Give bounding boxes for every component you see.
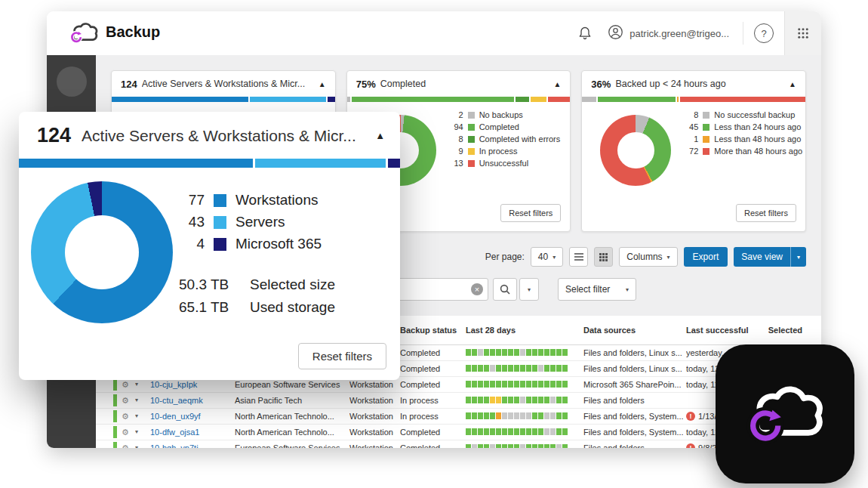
col-backup-status[interactable]: Backup status (400, 316, 457, 344)
collapse-card-icon[interactable]: ▲ (553, 80, 561, 88)
notifications-bell-icon[interactable] (577, 26, 593, 41)
legend-item[interactable]: 13Unsuccessful (448, 159, 561, 168)
data-sources-cell: Files and folders (583, 393, 683, 408)
legend-label: Less than 48 hours ago (714, 134, 801, 144)
last-28-days-bar (466, 349, 573, 357)
reset-filters-button[interactable]: Reset filters (500, 204, 561, 222)
day-segment (472, 365, 477, 372)
legend-item[interactable]: 43Servers (179, 214, 322, 230)
day-segment (472, 412, 477, 419)
legend-item[interactable]: 45Less than 24 hours ago (683, 122, 802, 131)
save-view-button[interactable]: Save view ▾ (734, 247, 806, 267)
legend-swatch (703, 124, 709, 131)
columns-button[interactable]: Columns ▾ (619, 247, 677, 267)
day-segment (472, 444, 477, 448)
device-link[interactable]: 10-dfw_ojsa1 (150, 425, 229, 440)
table-row[interactable]: ⚙▾10-dfw_ojsa1North American Technolo...… (96, 425, 821, 440)
row-expand-icon[interactable]: ▾ (135, 409, 146, 424)
backup-status-cell: In process (400, 409, 464, 424)
data-sources-cell: Files and folders, System... (583, 425, 683, 440)
search-button[interactable] (493, 278, 517, 301)
collapse-card-icon[interactable]: ▲ (319, 80, 326, 88)
device-types-donut-chart[interactable] (31, 181, 173, 323)
grid-view-button[interactable] (594, 247, 613, 267)
day-segment (526, 444, 531, 448)
legend-item[interactable]: 9In process (448, 147, 561, 156)
table-row[interactable]: ⚙▾10-hgh_yn7tiEuropean Software Services… (96, 440, 821, 448)
recency-legend: 8No successful backup45Less than 24 hour… (683, 110, 802, 159)
row-settings-gear-icon[interactable]: ⚙ (122, 425, 134, 440)
col-data-sources[interactable]: Data sources (583, 316, 636, 344)
clear-search-icon[interactable]: × (471, 283, 483, 295)
reset-filters-button[interactable]: Reset filters (736, 204, 796, 222)
per-page-value: 40 (538, 252, 548, 262)
day-segment (496, 444, 501, 448)
collapse-card-icon[interactable]: ▲ (789, 80, 796, 88)
day-segment (508, 381, 513, 388)
day-segment (544, 397, 549, 403)
legend-item[interactable]: 2No backups (448, 110, 561, 119)
completed-legend: 2No backups94Completed8Completed with er… (448, 110, 561, 171)
device-link[interactable]: 10-den_ux9yf (150, 409, 229, 424)
help-icon[interactable]: ? (754, 23, 774, 43)
legend-value: 1 (683, 134, 698, 144)
backup-recency-card-header: 36% Backed up < 24 hours ago ▲ (582, 71, 805, 97)
device-link[interactable]: 10-ctu_aeqmk (150, 393, 229, 408)
legend-item[interactable]: 8No successful backup (683, 110, 802, 119)
col-selected[interactable]: Selected (757, 316, 802, 344)
legend-swatch (703, 148, 709, 155)
list-view-button[interactable] (569, 247, 588, 267)
legend-value: 4 (179, 236, 205, 252)
used-storage-value: 65.1 TB (179, 299, 238, 316)
per-page-select[interactable]: 40 ▾ (531, 247, 563, 267)
sidebar-nav-icon[interactable] (57, 66, 87, 97)
progress-segment (548, 97, 571, 102)
collapse-card-icon[interactable]: ▲ (375, 130, 385, 141)
legend-item[interactable]: 4Microsoft 365 (179, 236, 322, 252)
row-expand-icon[interactable]: ▾ (135, 393, 146, 408)
col-last-successful[interactable]: Last successful (686, 316, 749, 344)
legend-label: Less than 24 hours ago (714, 122, 801, 131)
legend-item[interactable]: 1Less than 48 hours ago (683, 134, 802, 144)
last-28-days-bar (466, 412, 573, 420)
progress-segment (112, 97, 248, 102)
export-button[interactable]: Export (684, 247, 728, 267)
legend-item[interactable]: 72More than 48 hours ago (683, 147, 802, 156)
row-settings-gear-icon[interactable]: ⚙ (122, 440, 134, 448)
chevron-down-icon[interactable]: ▾ (790, 247, 806, 267)
row-settings-gear-icon[interactable]: ⚙ (122, 393, 134, 408)
select-filter-dropdown[interactable]: Select filter ▾ (558, 278, 636, 301)
backup-status-cell: Completed (400, 345, 464, 360)
recency-donut-chart[interactable] (600, 115, 671, 186)
app-switcher-icon[interactable] (784, 11, 821, 55)
completed-card-header: 75% Completed ▲ (347, 71, 571, 97)
user-account-menu[interactable]: patrick.green@trigeo... (608, 24, 729, 43)
row-expand-icon[interactable]: ▾ (135, 440, 146, 448)
day-segment (496, 381, 501, 388)
day-segment (520, 381, 525, 388)
table-row[interactable]: ⚙▾10-den_ux9yfNorth American Technolo...… (96, 409, 821, 425)
search-options-button[interactable]: ▾ (519, 278, 539, 301)
day-segment (550, 381, 556, 388)
chevron-down-icon: ▾ (553, 254, 556, 261)
row-settings-gear-icon[interactable]: ⚙ (122, 409, 134, 424)
device-link[interactable]: 10-hgh_yn7ti (150, 440, 229, 448)
row-expand-icon[interactable]: ▾ (135, 425, 146, 440)
table-row[interactable]: ⚙▾10-ctu_aeqmkAsian Pacific TechWorkstat… (96, 393, 821, 409)
day-segment (502, 365, 507, 372)
legend-label: More than 48 hours ago (714, 147, 802, 156)
day-segment (544, 365, 549, 372)
day-segment (514, 349, 519, 356)
legend-swatch (703, 112, 709, 119)
day-segment (532, 365, 537, 372)
day-segment (514, 444, 519, 448)
day-segment (466, 349, 471, 356)
legend-swatch (214, 216, 226, 229)
device-type-cell: Workstation (349, 440, 396, 448)
legend-item[interactable]: 77Workstations (179, 192, 322, 208)
day-segment (562, 349, 568, 356)
legend-item[interactable]: 94Completed (448, 122, 561, 131)
reset-filters-button[interactable]: Reset filters (298, 343, 386, 369)
legend-item[interactable]: 8Completed with errors (448, 134, 561, 144)
col-last-28-days[interactable]: Last 28 days (466, 316, 516, 344)
